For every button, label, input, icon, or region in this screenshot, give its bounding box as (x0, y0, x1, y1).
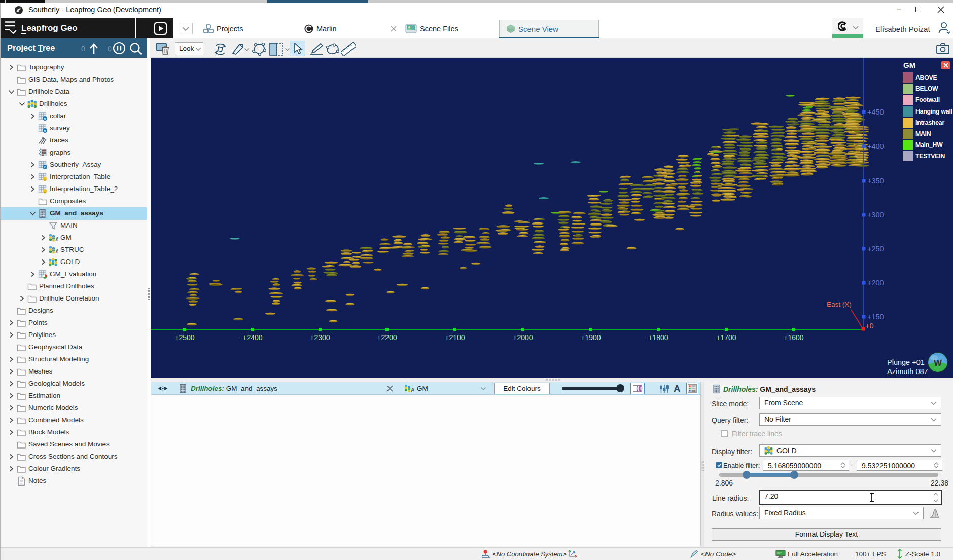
svg-text:+2300: +2300 (310, 333, 330, 342)
svg-text:East (X): East (X) (827, 301, 852, 308)
svg-text:+2500: +2500 (174, 333, 195, 342)
svg-text:+150: +150 (867, 313, 884, 321)
svg-text:+0: +0 (865, 322, 874, 330)
svg-text:A: A (411, 387, 414, 393)
svg-text:+1700: +1700 (716, 333, 736, 342)
svg-text:+2100: +2100 (445, 333, 465, 342)
svg-text:+1800: +1800 (648, 333, 668, 342)
svg-text:+250: +250 (867, 245, 884, 253)
svg-text:A: A (55, 248, 58, 254)
svg-text:+1600: +1600 (784, 333, 804, 342)
svg-text:A: A (55, 236, 58, 242)
svg-text:e: e (44, 116, 46, 121)
svg-text:+200: +200 (867, 279, 884, 287)
svg-text:Plunge +01: Plunge +01 (887, 358, 925, 366)
svg-text:e: e (44, 128, 46, 133)
svg-text:+350: +350 (867, 177, 884, 185)
svg-text:+2400: +2400 (242, 333, 263, 342)
svg-text:e: e (44, 165, 46, 169)
svg-text:+1900: +1900 (581, 333, 601, 342)
svg-text:+2200: +2200 (377, 333, 397, 342)
svg-text:+300: +300 (867, 211, 884, 219)
svg-text:Azimuth 087: Azimuth 087 (887, 367, 928, 376)
svg-text:+400: +400 (867, 142, 884, 151)
svg-text:+2000: +2000 (513, 333, 533, 342)
svg-text:+450: +450 (867, 108, 884, 116)
svg-text:W: W (934, 358, 942, 367)
